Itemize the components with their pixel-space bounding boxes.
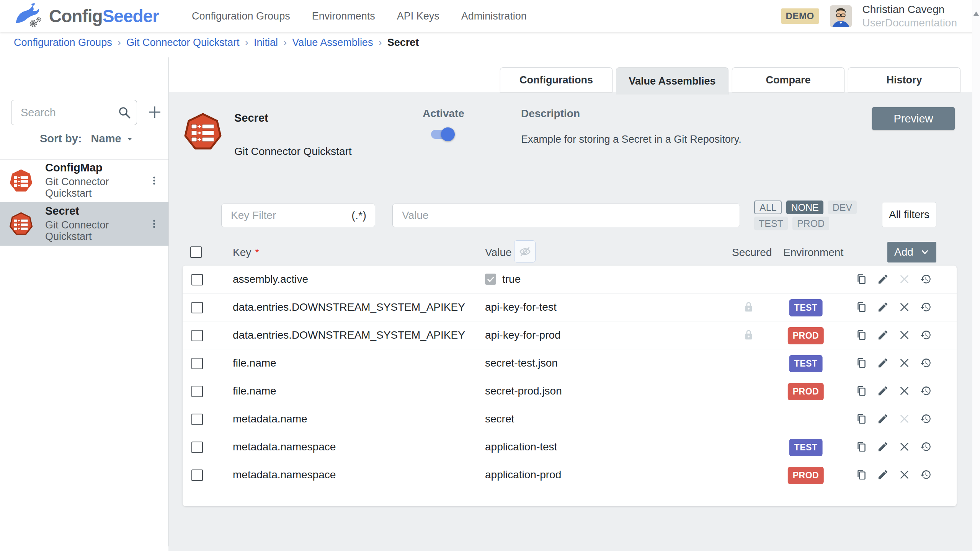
history-icon[interactable] (920, 385, 932, 397)
column-key: Key* (233, 246, 259, 259)
delete-icon[interactable] (898, 441, 910, 453)
nav-item-administration[interactable]: Administration (461, 10, 527, 22)
table-row: assembly.active true (183, 266, 957, 293)
value-filter-input[interactable] (392, 204, 740, 227)
edit-icon[interactable] (877, 301, 889, 313)
chip-none[interactable]: NONE (786, 201, 823, 214)
delete-icon (898, 273, 910, 285)
row-checkbox[interactable] (191, 386, 203, 397)
sidebar-item-subtitle: Git Connector Quickstart (45, 176, 137, 199)
user-avatar[interactable] (830, 5, 852, 27)
delete-icon[interactable] (898, 385, 910, 397)
history-icon[interactable] (920, 273, 932, 285)
detail-name: Secret (234, 112, 268, 124)
sidebar-item-name: ConfigMap (45, 162, 137, 174)
toggle-value-visibility-button[interactable] (514, 240, 536, 262)
preview-button[interactable]: Preview (872, 107, 955, 130)
row-value: secret-prod.json (485, 385, 562, 397)
sidebar-item-configmap[interactable]: ConfigMap Git Connector Quickstart (0, 159, 168, 202)
breadcrumb-link-value-assemblies[interactable]: Value Assemblies (292, 37, 373, 49)
sidebar-item-secret[interactable]: Secret Git Connector Quickstart (0, 202, 168, 246)
edit-icon[interactable] (877, 469, 889, 481)
tab-label: History (886, 74, 922, 86)
configseeder-logo[interactable]: ConfigSeeder (11, 2, 159, 31)
history-icon[interactable] (920, 357, 932, 369)
breadcrumb-link-configuration-groups[interactable]: Configuration Groups (14, 37, 112, 49)
description-text: Example for storing a Secret in a Git Re… (521, 134, 742, 145)
environment-badge: TEST (789, 439, 823, 456)
breadcrumb-link-git-connector-quickstart[interactable]: Git Connector Quickstart (126, 37, 240, 49)
row-checkbox[interactable] (191, 358, 203, 369)
item-menu-icon[interactable] (149, 174, 159, 187)
add-value-assembly-button[interactable] (147, 104, 163, 120)
edit-icon[interactable] (877, 329, 889, 341)
copy-icon[interactable] (856, 469, 867, 481)
copy-icon[interactable] (856, 357, 867, 369)
row-checkbox[interactable] (191, 414, 203, 425)
history-icon[interactable] (920, 469, 932, 481)
tab-label: Value Assemblies (629, 75, 715, 87)
all-filters-button[interactable]: All filters (882, 202, 936, 227)
table-row: file.name secret-test.json TEST (183, 349, 957, 377)
select-all-checkbox[interactable] (190, 246, 202, 258)
history-icon[interactable] (920, 301, 932, 313)
environment-badge: PROD (788, 467, 824, 484)
row-checkbox[interactable] (191, 330, 203, 341)
activate-toggle[interactable] (431, 130, 453, 139)
edit-icon[interactable] (877, 413, 889, 425)
brand-bird-icon (11, 2, 44, 31)
edit-icon[interactable] (877, 385, 889, 397)
delete-icon[interactable] (898, 357, 910, 369)
chip-all[interactable]: ALL (754, 201, 782, 214)
edit-icon[interactable] (877, 357, 889, 369)
search-icon[interactable] (118, 106, 131, 119)
sidebar-search-box (11, 100, 137, 125)
copy-icon[interactable] (856, 385, 867, 397)
delete-icon[interactable] (898, 301, 910, 313)
delete-icon[interactable] (898, 329, 910, 341)
table-row: data.entries.DOWNSTREAM_SYSTEM_APIKEY ap… (183, 293, 957, 321)
history-icon[interactable] (920, 441, 932, 453)
tab-compare[interactable]: Compare (732, 67, 844, 92)
breadcrumb-current: Secret (387, 37, 419, 49)
row-checkbox[interactable] (191, 469, 203, 481)
tab-value-assemblies[interactable]: Value Assemblies (616, 67, 728, 95)
row-checkbox[interactable] (191, 442, 203, 453)
sidebar: Sort by: Name ConfigMap Git Connector Qu… (0, 57, 169, 546)
edit-icon[interactable] (877, 441, 889, 453)
add-button[interactable]: Add (887, 242, 936, 262)
breadcrumb-link-initial[interactable]: Initial (254, 37, 278, 49)
nav-item-environments[interactable]: Environments (312, 10, 375, 22)
detail-tabs: Configurations Value Assemblies Compare … (500, 67, 960, 95)
row-checkbox[interactable] (191, 274, 203, 285)
lock-icon (743, 329, 755, 341)
copy-icon[interactable] (856, 441, 867, 453)
vertical-scrollbar[interactable] (972, 0, 980, 551)
sort-by-select[interactable]: Name (91, 132, 134, 145)
nav-item-configuration-groups[interactable]: Configuration Groups (192, 10, 290, 22)
delete-icon[interactable] (898, 469, 910, 481)
user-menu[interactable]: Christian Cavegn UserDocumentation (862, 3, 957, 29)
chip-dev[interactable]: DEV (828, 201, 857, 214)
tab-history[interactable]: History (848, 67, 960, 92)
history-icon[interactable] (920, 413, 932, 425)
nav-item-api-keys[interactable]: API Keys (397, 10, 439, 22)
tab-configurations[interactable]: Configurations (500, 67, 612, 92)
history-icon[interactable] (920, 329, 932, 341)
chip-test[interactable]: TEST (754, 217, 788, 230)
description-label: Description (521, 108, 580, 120)
copy-icon[interactable] (856, 273, 867, 285)
lock-icon (743, 301, 755, 313)
item-menu-icon[interactable] (149, 217, 159, 230)
boolean-value-checkbox[interactable] (485, 274, 496, 285)
edit-icon[interactable] (877, 273, 889, 285)
scrollbar-up-arrow[interactable] (973, 11, 979, 16)
row-value: secret (485, 413, 514, 425)
copy-icon[interactable] (856, 301, 867, 313)
copy-icon[interactable] (856, 329, 867, 341)
chip-prod[interactable]: PROD (792, 217, 829, 230)
demo-badge: DEMO (781, 8, 819, 24)
copy-icon[interactable] (856, 413, 867, 425)
navbar-right: DEMO Christian Cavegn UserDocumentation (781, 0, 957, 32)
row-checkbox[interactable] (191, 302, 203, 313)
